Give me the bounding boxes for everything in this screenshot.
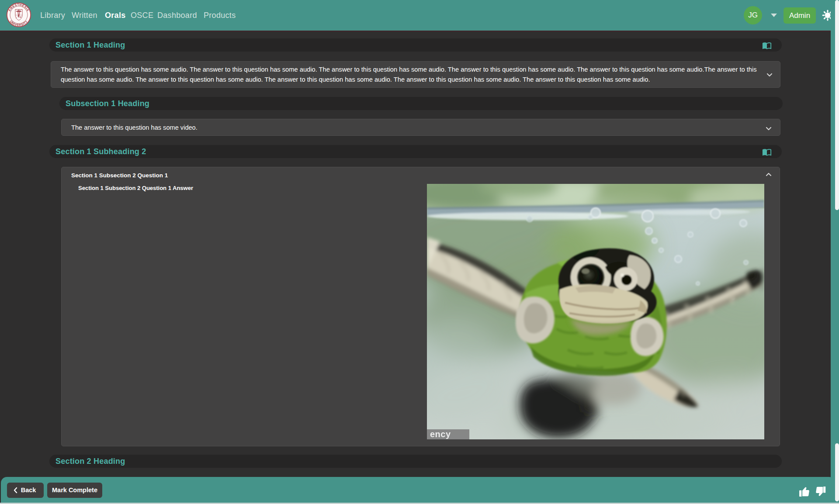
svg-text:ency: ency bbox=[430, 429, 451, 439]
